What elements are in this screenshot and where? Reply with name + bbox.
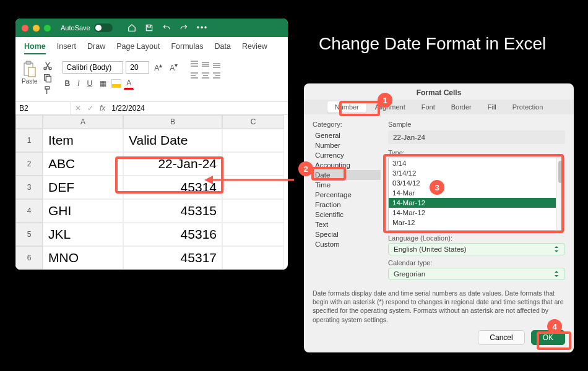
type-option[interactable]: 14-Mar (389, 188, 564, 198)
cell-a5[interactable]: JKL (43, 223, 123, 246)
type-option[interactable]: 3/14/12 (389, 168, 564, 178)
redo-icon[interactable] (179, 23, 188, 32)
cell-a3[interactable]: DEF (43, 176, 123, 199)
cell-a4[interactable]: GHI (43, 199, 123, 223)
cat-time[interactable]: Time (313, 180, 381, 190)
cell-a6[interactable]: MNO (43, 246, 123, 270)
align-top-icon[interactable] (190, 61, 199, 68)
formula-input[interactable]: 1/22/2024 (111, 104, 144, 113)
type-option[interactable]: 3/14 (389, 158, 564, 168)
cell-c5[interactable] (222, 223, 284, 246)
close-icon[interactable] (22, 25, 28, 32)
window-controls[interactable] (22, 25, 51, 32)
cat-date[interactable]: Date (313, 170, 381, 180)
col-header-a[interactable]: A (43, 115, 123, 129)
align-center-icon[interactable] (201, 72, 210, 79)
type-option[interactable]: March-12 (389, 228, 564, 231)
increase-font-icon[interactable]: A▴ (152, 61, 165, 74)
cat-fraction[interactable]: Fraction (313, 200, 381, 210)
cancel-button[interactable]: Cancel (478, 330, 524, 345)
type-option[interactable]: 14-Mar-12 (389, 208, 564, 218)
cat-currency[interactable]: Currency (313, 150, 381, 160)
cell-a2[interactable]: ABC (43, 152, 123, 176)
cell-b6[interactable]: 45317 (123, 246, 222, 270)
cat-general[interactable]: General (313, 130, 381, 140)
confirm-formula-icon[interactable]: ✓ (87, 104, 93, 113)
name-box[interactable]: B2 (15, 102, 71, 114)
more-icon[interactable]: ••• (197, 23, 209, 32)
cell-b4[interactable]: 45315 (123, 199, 222, 223)
language-select[interactable]: English (United States) (388, 243, 565, 255)
type-option[interactable]: 03/14/12 (389, 178, 564, 188)
autosave-toggle[interactable]: AutoSave (61, 23, 113, 32)
toggle-off-icon[interactable] (94, 23, 113, 32)
italic-button[interactable]: I (75, 78, 82, 89)
copy-icon[interactable] (43, 73, 53, 83)
home-icon[interactable] (128, 23, 136, 32)
minimize-icon[interactable] (33, 25, 40, 32)
cell-c6[interactable] (222, 246, 284, 270)
cell-b5[interactable]: 45316 (123, 223, 222, 246)
borders-icon[interactable]: ▦ (97, 78, 109, 89)
save-icon[interactable] (145, 23, 153, 32)
row-header-4[interactable]: 4 (15, 199, 43, 223)
cell-b1[interactable]: Valid Date (123, 129, 222, 152)
decrease-font-icon[interactable]: A▾ (167, 61, 180, 74)
paste-button[interactable]: Paste (22, 61, 38, 95)
cut-icon[interactable] (43, 61, 53, 70)
underline-button[interactable]: U (85, 78, 95, 89)
tab-insert[interactable]: Insert (57, 42, 76, 54)
tab-page-layout[interactable]: Page Layout (116, 42, 160, 54)
cell-c2[interactable] (222, 152, 284, 176)
select-all-corner[interactable] (15, 115, 43, 129)
ok-button[interactable]: OK (531, 330, 565, 345)
tab-draw[interactable]: Draw (87, 42, 105, 54)
tab-data[interactable]: Data (214, 42, 230, 54)
dlg-tab-font[interactable]: Font (414, 101, 443, 113)
fx-icon[interactable]: fx (100, 104, 105, 113)
row-header-6[interactable]: 6 (15, 246, 43, 270)
tab-review[interactable]: Review (242, 42, 267, 54)
cell-b2-selected[interactable]: 22-Jan-24 (123, 152, 222, 176)
col-header-c[interactable]: C (222, 115, 284, 129)
align-bottom-icon[interactable] (212, 61, 221, 68)
spreadsheet-grid[interactable]: A B C 1 Item Valid Date 2 ABC 22-Jan-24 … (15, 115, 288, 270)
cancel-formula-icon[interactable]: ✕ (75, 104, 81, 113)
cat-percentage[interactable]: Percentage (313, 190, 381, 200)
type-option-selected[interactable]: 14-Mar-12 (389, 198, 564, 208)
category-list[interactable]: General Number Currency Accounting Date … (313, 130, 381, 249)
cell-c1[interactable] (222, 129, 284, 152)
zoom-icon[interactable] (44, 25, 51, 32)
cat-accounting[interactable]: Accounting (313, 160, 381, 170)
dlg-tab-number[interactable]: Number (327, 101, 366, 113)
tab-formulas[interactable]: Formulas (171, 42, 203, 54)
scrollbar[interactable] (556, 158, 564, 230)
dlg-tab-fill[interactable]: Fill (480, 101, 504, 113)
cell-c4[interactable] (222, 199, 284, 223)
format-painter-icon[interactable] (43, 85, 53, 95)
cat-scientific[interactable]: Scientific (313, 210, 381, 220)
tab-home[interactable]: Home (24, 42, 46, 54)
calendar-select[interactable]: Gregorian (388, 268, 565, 280)
align-left-icon[interactable] (190, 72, 199, 79)
fill-color-icon[interactable] (111, 79, 121, 88)
bold-button[interactable]: B (63, 78, 73, 89)
cat-custom[interactable]: Custom (313, 239, 381, 249)
align-right-icon[interactable] (212, 72, 221, 79)
align-middle-icon[interactable] (201, 61, 210, 68)
cell-a1[interactable]: Item (43, 129, 123, 152)
undo-icon[interactable] (162, 23, 171, 32)
col-header-b[interactable]: B (123, 115, 222, 129)
row-header-5[interactable]: 5 (15, 223, 43, 246)
font-color-icon[interactable]: A (124, 77, 134, 90)
cat-special[interactable]: Special (313, 229, 381, 239)
row-header-1[interactable]: 1 (15, 129, 43, 152)
type-list[interactable]: 3/14 3/14/12 03/14/12 14-Mar 14-Mar-12 1… (388, 158, 565, 231)
dlg-tab-border[interactable]: Border (444, 101, 479, 113)
type-option[interactable]: Mar-12 (389, 218, 564, 228)
row-header-2[interactable]: 2 (15, 152, 43, 176)
dlg-tab-protection[interactable]: Protection (505, 101, 551, 113)
row-header-3[interactable]: 3 (15, 176, 43, 199)
font-size-select[interactable]: 20 (126, 61, 149, 74)
cat-text[interactable]: Text (313, 220, 381, 229)
